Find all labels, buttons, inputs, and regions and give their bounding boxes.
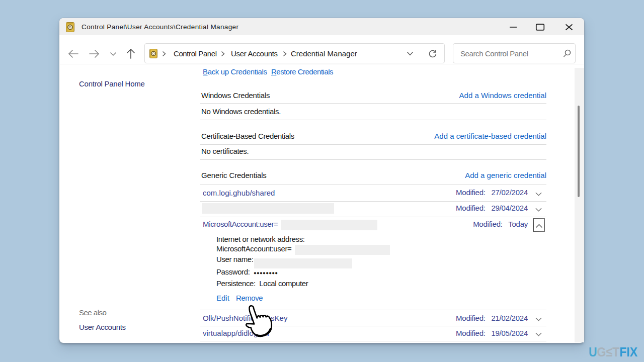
svg-text:UG≤TFIX: UG≤TFIX [589, 345, 638, 359]
